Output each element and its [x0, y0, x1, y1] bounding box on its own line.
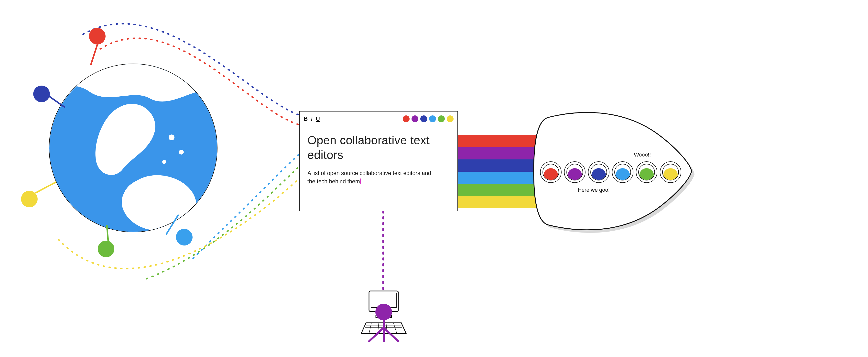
dot-purple	[411, 115, 418, 122]
svg-point-2	[179, 150, 184, 154]
diagram-canvas: B I U Open collaborative text editors A …	[0, 0, 868, 357]
svg-point-3	[162, 160, 166, 164]
dot-red	[403, 115, 409, 122]
svg-point-15	[375, 304, 392, 320]
format-underline-button[interactable]: U	[316, 115, 320, 122]
globe-circle	[49, 64, 217, 232]
globe	[49, 64, 217, 232]
editor-window: B I U Open collaborative text editors A …	[299, 111, 458, 211]
dot-sky	[429, 115, 436, 122]
porthole-blue	[588, 161, 610, 183]
spaceship: Wooo!! Here we goo!	[531, 108, 692, 235]
porthole-purple	[564, 161, 586, 183]
format-bold-button[interactable]: B	[304, 115, 308, 122]
dot-yellow	[447, 115, 454, 122]
porthole-red	[540, 161, 562, 183]
dot-blue	[420, 115, 427, 122]
format-italic-button[interactable]: I	[311, 115, 313, 122]
porthole-green	[636, 161, 657, 183]
user-computer	[359, 289, 408, 342]
svg-point-1	[168, 135, 175, 140]
speech-top: Wooo!!	[634, 152, 651, 157]
editor-body[interactable]: Open collaborative text editors A list o…	[300, 126, 458, 190]
document-title: Open collaborative text editors	[307, 133, 450, 162]
editor-titlebar: B I U	[300, 112, 458, 126]
speech-bottom: Here we goo!	[578, 187, 610, 193]
svg-rect-16	[383, 318, 385, 342]
document-description: A list of open source collaborative text…	[307, 169, 434, 186]
text-caret-icon	[361, 178, 362, 184]
titlebar-user-dots	[403, 115, 454, 122]
dot-green	[438, 115, 445, 122]
porthole-yellow	[660, 161, 681, 183]
porthole-sky	[612, 161, 633, 183]
